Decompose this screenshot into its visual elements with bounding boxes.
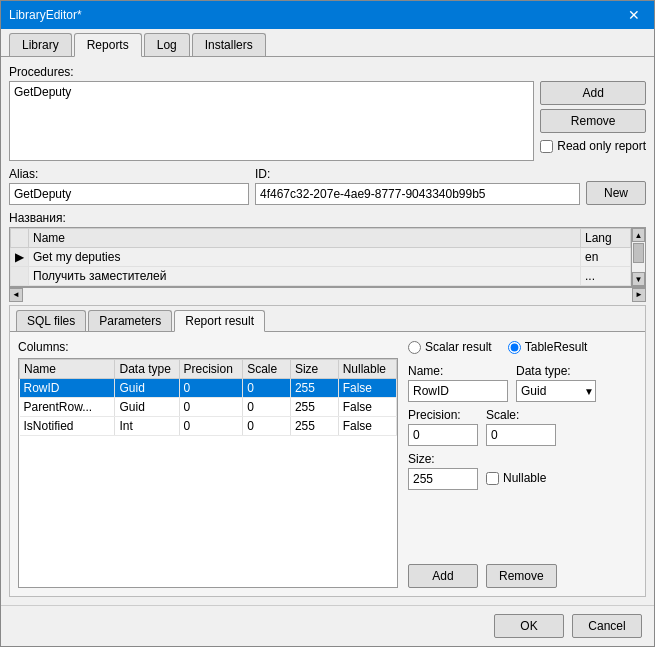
size-input[interactable]: [408, 468, 478, 490]
scroll-up-btn[interactable]: ▲: [632, 228, 645, 242]
names-table-inner: Name Lang ▶ Get my deputies en: [10, 228, 631, 286]
procedures-label: Procedures:: [9, 65, 646, 79]
alias-group: Alias:: [9, 167, 249, 205]
alias-input[interactable]: [9, 183, 249, 205]
tab-log[interactable]: Log: [144, 33, 190, 56]
cell-name-1: ParentRow...: [20, 398, 115, 417]
cancel-button[interactable]: Cancel: [572, 614, 642, 638]
precision-input[interactable]: [408, 424, 478, 446]
table-row[interactable]: IsNotified Int 0 0 255 False: [20, 417, 397, 436]
hscroll-left-btn[interactable]: ◄: [9, 288, 23, 302]
cell-type-0: Guid: [115, 379, 179, 398]
tab-reports[interactable]: Reports: [74, 33, 142, 57]
scale-label: Scale:: [486, 408, 556, 422]
procedures-list[interactable]: GetDeputy: [9, 81, 534, 161]
new-button[interactable]: New: [586, 181, 646, 205]
cell-size-2: 255: [290, 417, 338, 436]
scalar-result-radio[interactable]: [408, 341, 421, 354]
dtype-group: Data type: Guid Int String Bool ▼: [516, 364, 596, 402]
names-scrollbar-v[interactable]: ▲ ▼: [631, 228, 645, 286]
precision-label: Precision:: [408, 408, 478, 422]
inner-tab-report-result[interactable]: Report result: [174, 310, 265, 332]
names-lang-0: en: [581, 248, 631, 267]
precision-group: Precision:: [408, 408, 478, 446]
col-header-prec: Precision: [179, 360, 243, 379]
procedures-buttons: Add Remove Read only report: [540, 81, 646, 161]
dtype-label: Data type:: [516, 364, 596, 378]
tab-library[interactable]: Library: [9, 33, 72, 56]
inner-tab-parameters[interactable]: Parameters: [88, 310, 172, 331]
id-input[interactable]: [255, 183, 580, 205]
add-column-button[interactable]: Add: [408, 564, 478, 588]
window-title: LibraryEditor*: [9, 8, 82, 22]
tab-bar: Library Reports Log Installers: [1, 29, 654, 57]
names-col-lang: Lang: [581, 229, 631, 248]
add-procedure-button[interactable]: Add: [540, 81, 646, 105]
cell-scale-0: 0: [243, 379, 291, 398]
columns-label: Columns:: [18, 340, 398, 354]
readonly-checkbox[interactable]: [540, 140, 553, 153]
cell-null-0: False: [338, 379, 396, 398]
tab-installers[interactable]: Installers: [192, 33, 266, 56]
names-row[interactable]: ▶ Get my deputies en: [11, 248, 631, 267]
columns-section: Columns: Name Data type Precision Scale: [18, 340, 398, 588]
table-row[interactable]: ParentRow... Guid 0 0 255 False: [20, 398, 397, 417]
names-row[interactable]: Получить заместителей ...: [11, 267, 631, 286]
scalar-result-option[interactable]: Scalar result: [408, 340, 492, 354]
name-dtype-row: Name: Data type: Guid Int String: [408, 364, 637, 402]
size-nullable-row: Size: Nullable: [408, 452, 637, 490]
inner-tab-bar: SQL files Parameters Report result: [10, 306, 645, 332]
cell-size-1: 255: [290, 398, 338, 417]
name-group: Name:: [408, 364, 508, 402]
procedure-item[interactable]: GetDeputy: [12, 84, 531, 100]
names-scrollbar-h[interactable]: ◄ ►: [9, 287, 646, 301]
nullable-checkbox[interactable]: [486, 472, 499, 485]
inner-content: Columns: Name Data type Precision Scale: [10, 332, 645, 596]
scroll-down-btn[interactable]: ▼: [632, 272, 645, 286]
remove-procedure-button[interactable]: Remove: [540, 109, 646, 133]
name-field[interactable]: [408, 380, 508, 402]
names-name-1: Получить заместителей: [29, 267, 581, 286]
hscroll-track: [23, 288, 632, 301]
dtype-select[interactable]: Guid Int String Bool: [516, 380, 596, 402]
cell-prec-0: 0: [179, 379, 243, 398]
window-content: Library Reports Log Installers Procedure…: [1, 29, 654, 646]
dialog-footer: OK Cancel: [1, 605, 654, 646]
names-name-0: Get my deputies: [29, 248, 581, 267]
table-result-radio[interactable]: [508, 341, 521, 354]
id-label: ID:: [255, 167, 580, 181]
main-window: LibraryEditor* ✕ Library Reports Log Ins…: [0, 0, 655, 647]
cell-type-2: Int: [115, 417, 179, 436]
table-result-option[interactable]: TableResult: [508, 340, 588, 354]
hscroll-right-btn[interactable]: ►: [632, 288, 646, 302]
names-table-wrapper: Name Lang ▶ Get my deputies en: [9, 227, 646, 287]
readonly-label: Read only report: [557, 139, 646, 153]
cell-size-0: 255: [290, 379, 338, 398]
scale-input[interactable]: [486, 424, 556, 446]
close-button[interactable]: ✕: [622, 5, 646, 25]
nullable-label: Nullable: [503, 471, 546, 485]
inner-tab-sql[interactable]: SQL files: [16, 310, 86, 331]
cell-scale-1: 0: [243, 398, 291, 417]
ok-button[interactable]: OK: [494, 614, 564, 638]
col-header-scale: Scale: [243, 360, 291, 379]
names-lang-1: ...: [581, 267, 631, 286]
scroll-thumb[interactable]: [633, 243, 644, 263]
cell-type-1: Guid: [115, 398, 179, 417]
names-table: Name Lang ▶ Get my deputies en: [10, 228, 631, 286]
remove-column-button[interactable]: Remove: [486, 564, 557, 588]
scale-group: Scale:: [486, 408, 556, 446]
right-form: Scalar result TableResult Name:: [408, 340, 637, 588]
names-col-name: Name: [29, 229, 581, 248]
alias-label: Alias:: [9, 167, 249, 181]
id-group: ID:: [255, 167, 580, 205]
row-indicator-0: ▶: [11, 248, 29, 267]
columns-table-container: Name Data type Precision Scale Size Null…: [18, 358, 398, 588]
col-header-size: Size: [290, 360, 338, 379]
table-row[interactable]: RowID Guid 0 0 255 False: [20, 379, 397, 398]
names-section: Названия: Name Lang: [9, 211, 646, 301]
table-result-label: TableResult: [525, 340, 588, 354]
row-indicator-1: [11, 267, 29, 286]
col-header-type: Data type: [115, 360, 179, 379]
cell-prec-1: 0: [179, 398, 243, 417]
